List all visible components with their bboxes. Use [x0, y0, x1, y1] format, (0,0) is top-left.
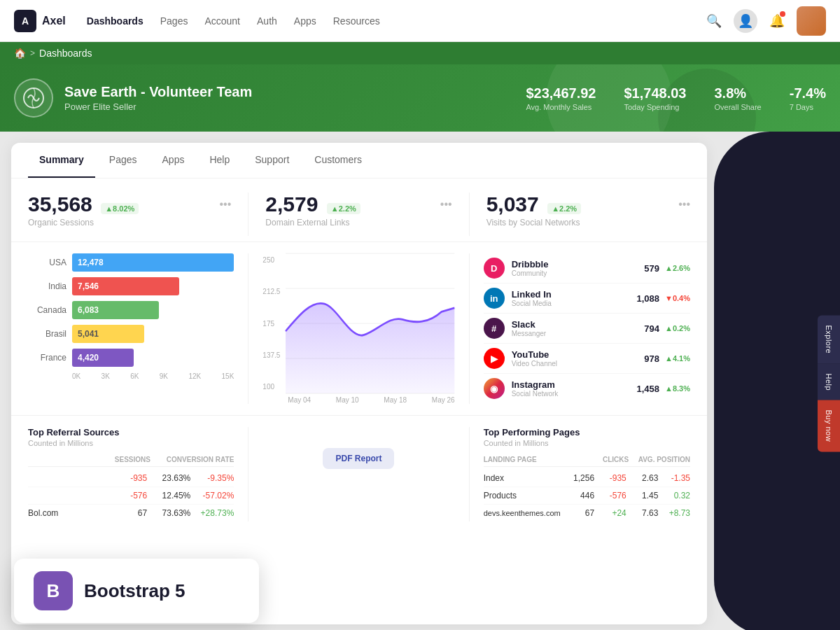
bar-value-france: 4,420: [78, 353, 99, 363]
tab-customers[interactable]: Customers: [303, 143, 373, 178]
social-item-slack: # Slack Messanger 794 ▲0.2%: [484, 314, 690, 344]
domain-badge: ▲2.2%: [327, 203, 360, 214]
hero-stats: $23,467.92 Avg. Monthly Sales $1,748.03 …: [526, 85, 826, 111]
metric-social: 5,037 ▲2.2% ••• Visits by Social Network…: [470, 192, 690, 236]
organic-badge: ▲8.02%: [101, 203, 139, 214]
bootstrap-icon: B: [34, 571, 73, 610]
nav-resources[interactable]: Resources: [333, 15, 380, 27]
hero-stat-value-1: $1,748.03: [624, 85, 687, 102]
pdf-report-button[interactable]: PDF Report: [323, 448, 394, 469]
metric-more-icon[interactable]: •••: [220, 198, 232, 211]
nav-account[interactable]: Account: [204, 15, 240, 27]
nav-links: Dashboards Pages Account Auth Apps Resou…: [87, 15, 380, 27]
referral-section: Top Referral Sources Counted in Millions…: [28, 427, 248, 522]
bootstrap-overlay: B Bootstrap 5: [14, 559, 259, 623]
hero-stat-label-3: 7 Days: [790, 103, 826, 111]
social-item-instagram: ◉ Instagram Social Network 1,458 ▲8.3%: [484, 374, 690, 403]
pdf-section: PDF Report: [248, 427, 469, 522]
social-badge: ▲2.2%: [547, 203, 581, 214]
bar-axis-1: 3K: [102, 372, 110, 380]
user-avatar[interactable]: [797, 6, 826, 36]
hero-subtitle: Power Elite Seller: [64, 102, 252, 112]
bar-axis-3: 9K: [160, 372, 168, 380]
metric-organic: 35,568 ▲8.02% ••• Organic Sessions: [28, 192, 248, 236]
organic-label: Organic Sessions: [28, 218, 231, 227]
bar-axis-4: 12K: [188, 372, 201, 380]
bottom-row: Top Referral Sources Counted in Millions…: [11, 416, 707, 533]
bar-value-brasil: 5,041: [78, 329, 99, 339]
hero-stat-label-2: Overall Share: [714, 103, 761, 111]
y-label-0: 250: [262, 256, 280, 264]
y-label-4: 100: [262, 383, 280, 391]
nav-pages[interactable]: Pages: [160, 15, 188, 27]
social-value: 5,037: [486, 192, 539, 216]
side-buttons: Explore Help Buy now: [818, 315, 840, 451]
breadcrumb-current: Dashboards: [39, 48, 92, 59]
y-label-3: 137.5: [262, 351, 280, 359]
metric-more-icon-2[interactable]: •••: [440, 198, 452, 211]
nav-auth[interactable]: Auth: [257, 15, 277, 27]
line-chart: 250 212.5 175 137.5 100: [248, 253, 469, 404]
hero-stat-value-0: $23,467.92: [526, 85, 596, 102]
bar-row-canada: Canada 6,083: [28, 301, 234, 319]
metrics-row: 35,568 ▲8.02% ••• Organic Sessions 2,579…: [11, 178, 707, 242]
bar-value-usa: 12,478: [78, 258, 104, 267]
brand[interactable]: A Axel: [14, 10, 66, 32]
x-label-1: May 10: [336, 396, 359, 404]
social-item-youtube: ▶ YouTube Video Channel 978 ▲4.1%: [484, 344, 690, 374]
breadcrumb-bar: 🏠 > Dashboards: [0, 42, 840, 64]
breadcrumb-home-icon[interactable]: 🏠: [14, 48, 26, 59]
x-label-0: May 04: [288, 396, 311, 404]
bar-axis-2: 6K: [130, 372, 139, 380]
hero-title: Save Earth - Volunteer Team: [64, 84, 252, 100]
hero-stat-value-3: -7.4%: [790, 85, 826, 102]
y-label-2: 175: [262, 320, 280, 328]
nav-dashboards[interactable]: Dashboards: [87, 15, 144, 27]
user-icon[interactable]: 👤: [734, 9, 757, 33]
hero-stat-1: $1,748.03 Today Spending: [624, 85, 687, 111]
social-item-dribbble: D Dribbble Community 579 ▲2.6%: [484, 253, 690, 284]
bar-chart: USA 12,478 India 7,546 Canada 6,083: [28, 253, 248, 404]
metric-more-icon-3[interactable]: •••: [678, 198, 690, 211]
x-label-3: May 26: [432, 396, 455, 404]
tab-apps[interactable]: Apps: [151, 143, 196, 178]
hero-stat-value-2: 3.8%: [714, 85, 761, 102]
hero-stat-0: $23,467.92 Avg. Monthly Sales: [526, 85, 596, 111]
buynow-button[interactable]: Buy now: [818, 400, 840, 452]
breadcrumb-separator: >: [30, 48, 35, 58]
nav-right: 🔍 👤 🔔: [703, 6, 826, 36]
bar-value-india: 7,546: [78, 281, 99, 291]
hero-logo: [14, 78, 53, 118]
navbar: A Axel Dashboards Pages Account Auth App…: [0, 0, 840, 42]
metric-domain: 2,579 ▲2.2% ••• Domain External Links: [248, 192, 469, 236]
nav-apps[interactable]: Apps: [294, 15, 316, 27]
hero-info: Save Earth - Volunteer Team Power Elite …: [64, 84, 252, 112]
bar-row-india: India 7,546: [28, 277, 234, 295]
hero-section: Save Earth - Volunteer Team Power Elite …: [0, 64, 840, 132]
charts-row: USA 12,478 India 7,546 Canada 6,083: [11, 242, 707, 416]
performing-section: Top Performing Pages Counted in Millions…: [470, 427, 690, 522]
x-label-2: May 18: [384, 396, 407, 404]
tab-support[interactable]: Support: [244, 143, 300, 178]
tab-summary[interactable]: Summary: [28, 143, 95, 178]
bar-value-canada: 6,083: [78, 305, 99, 315]
y-label-1: 212.5: [262, 288, 280, 295]
brand-icon: A: [14, 10, 36, 32]
domain-label: Domain External Links: [265, 218, 451, 227]
brand-name: Axel: [42, 15, 66, 27]
bar-axis-5: 15K: [222, 372, 234, 380]
social-networks: D Dribbble Community 579 ▲2.6% in Linked…: [470, 253, 690, 404]
bootstrap-text: Bootstrap 5: [84, 580, 185, 602]
social-item-linkedin: in Linked In Social Media 1,088 ▼0.4%: [484, 284, 690, 314]
tab-pages[interactable]: Pages: [98, 143, 148, 178]
bar-row-usa: USA 12,478: [28, 253, 234, 272]
tab-help[interactable]: Help: [198, 143, 241, 178]
hero-stat-label-1: Today Spending: [624, 103, 687, 111]
bar-row-france: France 4,420: [28, 349, 234, 367]
hero-stat-3: -7.4% 7 Days: [790, 85, 826, 111]
explore-button[interactable]: Explore: [818, 315, 840, 363]
notification-icon[interactable]: 🔔: [766, 10, 788, 32]
bar-row-brasil: Brasil 5,041: [28, 325, 234, 343]
help-button[interactable]: Help: [818, 363, 840, 400]
search-icon[interactable]: 🔍: [703, 10, 725, 32]
